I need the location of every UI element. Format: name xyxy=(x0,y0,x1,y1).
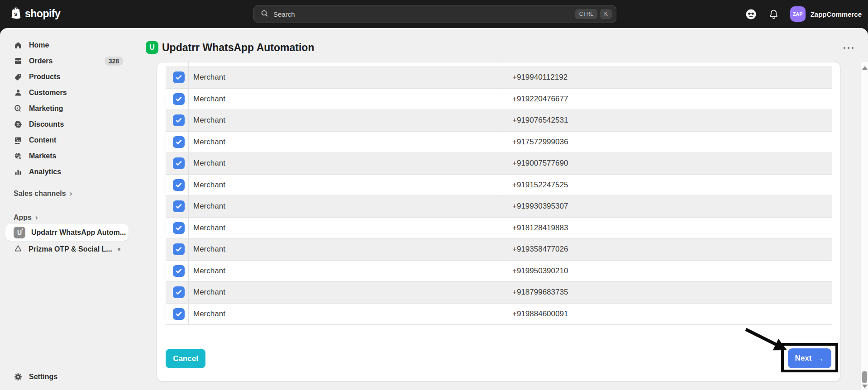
phone-number-cell: +917572999036 xyxy=(504,132,832,153)
analytics-icon xyxy=(14,167,23,176)
phone-number-cell: +918128419883 xyxy=(504,218,832,239)
table-row: Merchant +919950390210 xyxy=(166,261,832,282)
sidebar-item-home[interactable]: Home xyxy=(0,37,129,53)
row-checkbox[interactable] xyxy=(173,308,185,320)
topbar-actions: ZAP ZappCommerce xyxy=(745,0,862,28)
row-checkbox[interactable] xyxy=(173,157,185,169)
phone-number-cell: +919076542531 xyxy=(504,110,832,131)
merchant-name-cell: Merchant xyxy=(189,175,504,196)
updatrr-app-icon: U xyxy=(14,227,25,238)
table-row: Merchant +918799683735 xyxy=(166,282,832,304)
table-row: Merchant +919930395307 xyxy=(166,196,832,218)
table-row: Merchant +918128419883 xyxy=(166,218,832,239)
search-placeholder: Search xyxy=(273,10,572,18)
row-checkbox[interactable] xyxy=(173,243,185,255)
phone-number-cell: +918799683735 xyxy=(504,282,832,303)
sidebar-item-content[interactable]: Content xyxy=(0,132,129,148)
discounts-icon xyxy=(14,120,23,129)
table-row-partial xyxy=(166,62,832,67)
table-row: Merchant +917572999036 xyxy=(166,132,832,153)
merchant-name-cell: Merchant xyxy=(189,153,504,174)
cancel-button[interactable]: Cancel xyxy=(166,349,205,368)
assistant-icon[interactable] xyxy=(745,8,757,20)
row-checkbox[interactable] xyxy=(173,136,185,148)
row-checkbox[interactable] xyxy=(173,222,185,234)
table-row: Merchant +919152247525 xyxy=(166,175,832,196)
phone-number-cell: +919940112192 xyxy=(504,67,832,88)
scrollbar-thumb[interactable] xyxy=(862,371,867,383)
shopify-bag-icon: s xyxy=(10,6,22,21)
sidebar-item-analytics[interactable]: Analytics xyxy=(0,164,129,180)
brand-wordmark: shopify xyxy=(25,8,60,20)
row-checkbox[interactable] xyxy=(173,93,185,105)
products-icon xyxy=(14,72,23,81)
svg-text:s: s xyxy=(14,11,17,17)
page-title: Updatrr WhatsApp Automation xyxy=(162,42,314,54)
merchant-name-cell: Merchant xyxy=(189,282,504,303)
row-checkbox[interactable] xyxy=(173,200,185,212)
phone-number-cell: +919950390210 xyxy=(504,261,832,282)
scroll-down-arrow[interactable] xyxy=(862,385,868,388)
chevron-right-icon: › xyxy=(35,213,38,222)
row-checkbox[interactable] xyxy=(173,114,185,126)
scroll-up-arrow[interactable] xyxy=(862,66,868,70)
sidebar-app-item[interactable]: U Updatrr WhatsApp Autom... xyxy=(5,224,129,241)
merchant-name-cell: Merchant xyxy=(189,218,504,239)
table-row: Merchant +919076542531 xyxy=(166,110,832,132)
updatrr-app-icon: U xyxy=(146,41,158,54)
admin-body: Home Orders 328 Products Customers Marke… xyxy=(0,28,868,390)
sidebar-item-orders[interactable]: Orders 328 xyxy=(0,53,129,69)
sidebar-section-apps[interactable]: Apps › xyxy=(14,211,38,224)
more-options-icon[interactable] xyxy=(843,44,854,52)
merchant-name-cell: Merchant xyxy=(189,132,504,153)
phone-number-cell: +919220476677 xyxy=(504,89,832,110)
phone-number-cell: +919930395307 xyxy=(504,196,832,217)
phone-number-cell: +919152247525 xyxy=(504,175,832,196)
sidebar-item-markets[interactable]: $ Markets xyxy=(0,148,129,164)
sidebar-item-marketing[interactable]: Marketing xyxy=(0,100,129,116)
topbar: s shopify Search CTRL K xyxy=(0,0,868,28)
search-input[interactable]: Search CTRL K xyxy=(253,5,616,23)
sidebar: Home Orders 328 Products Customers Marke… xyxy=(0,28,136,390)
count-badge: 328 xyxy=(105,57,123,66)
merchant-name-cell: Merchant xyxy=(189,67,504,88)
customers-icon xyxy=(14,88,23,97)
row-checkbox[interactable] xyxy=(173,265,185,277)
sidebar-item-discounts[interactable]: Discounts xyxy=(0,116,129,132)
phone-number-cell: +919007577690 xyxy=(504,153,832,174)
content-icon xyxy=(14,136,23,145)
sidebar-app-item[interactable]: Prizma OTP & Social L... xyxy=(5,241,129,257)
phone-number-cell: +919884600091 xyxy=(504,304,832,325)
sidebar-section-sales-channels[interactable]: Sales channels › xyxy=(14,187,72,200)
row-checkbox[interactable] xyxy=(173,286,185,298)
avatar: ZAP xyxy=(790,6,806,22)
status-dot-icon xyxy=(118,248,120,251)
shortcut-key-ctrl: CTRL xyxy=(575,9,597,19)
merchant-name-cell: Merchant xyxy=(189,110,504,131)
main-content: U Updatrr WhatsApp Automation Merchant +… xyxy=(136,28,868,390)
merchant-name-cell: Merchant xyxy=(189,196,504,217)
table-row: Merchant +919358477026 xyxy=(166,239,832,261)
sidebar-item-customers[interactable]: Customers xyxy=(0,85,129,100)
chevron-right-icon: › xyxy=(70,189,72,198)
row-checkbox[interactable] xyxy=(173,71,185,83)
page-header: U Updatrr WhatsApp Automation xyxy=(136,28,868,62)
store-name: ZappCommerce xyxy=(811,10,862,18)
home-icon xyxy=(14,41,23,50)
shortcut-key-k: K xyxy=(600,9,612,19)
merchant-name-cell: Merchant xyxy=(189,239,504,260)
table-row: Merchant +919220476677 xyxy=(166,89,832,110)
app-content-card: Merchant +919940112192 Merchant +9192204… xyxy=(157,62,840,381)
shopify-admin-screen: s shopify Search CTRL K xyxy=(0,0,868,390)
account-menu[interactable]: ZAP ZappCommerce xyxy=(790,6,862,22)
notifications-bell-icon[interactable] xyxy=(768,9,779,20)
marketing-icon xyxy=(14,104,23,113)
svg-text:$: $ xyxy=(19,156,21,160)
sidebar-item-settings[interactable]: Settings xyxy=(0,369,129,385)
sidebar-item-products[interactable]: Products xyxy=(0,69,129,85)
row-checkbox[interactable] xyxy=(173,179,185,191)
shopify-logo[interactable]: s shopify xyxy=(10,6,60,21)
gear-icon xyxy=(14,372,23,381)
table-row: Merchant +919884600091 xyxy=(166,304,832,325)
recipients-table: Merchant +919940112192 Merchant +9192204… xyxy=(166,62,832,325)
